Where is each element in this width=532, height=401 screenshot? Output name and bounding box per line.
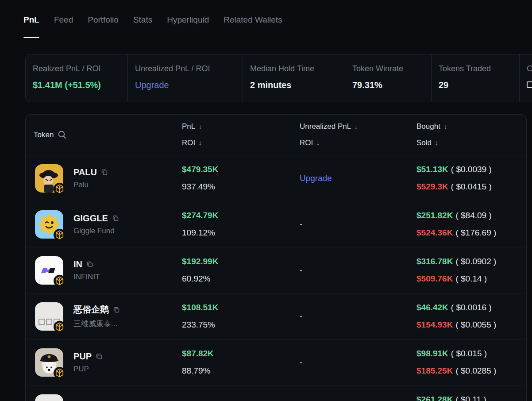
- sold-line: $509.76K( $0.14 ): [416, 274, 526, 284]
- token-avatar: [35, 256, 63, 285]
- sold-value: $509.76K: [416, 274, 453, 283]
- stat-card: Unrealized PnL / ROI Upgrade: [127, 54, 243, 102]
- stat-card-value: $1.41M (+51.5%): [33, 80, 120, 90]
- token-symbol: PALU: [73, 167, 97, 177]
- sort-unrealized-roi[interactable]: ROI↓: [300, 139, 416, 147]
- nav-tab[interactable]: Related Wallets: [224, 15, 282, 38]
- pnl-cell: $108.51K 233.75%: [182, 303, 300, 330]
- table-body: PALU Palu $479.35K 937.49% Upgrade $51.1…: [26, 155, 526, 401]
- token-avatar: [35, 394, 63, 401]
- nav-tab[interactable]: Portfolio: [88, 15, 119, 38]
- stat-card: Token Winrate 79.31%: [345, 54, 431, 102]
- sold-line: $524.36K( $176.69 ): [416, 228, 526, 238]
- sort-pnl[interactable]: PnL↓: [182, 122, 300, 131]
- bought-sold-cell: $51.13K( $0.0039 ) $529.3K( $0.0415 ): [416, 165, 526, 192]
- stat-card-label: Unrealized PnL / ROI: [135, 64, 235, 73]
- unrealized-column-header: Unrealized PnL↓ ROI↓: [300, 122, 416, 147]
- table-row[interactable]: PALU Palu $479.35K 937.49% Upgrade $51.1…: [26, 155, 526, 201]
- nav-tab[interactable]: Feed: [54, 15, 73, 38]
- sort-sold[interactable]: Sold↓: [416, 139, 526, 147]
- unrealized-value: -: [300, 358, 302, 367]
- roi-value: 60.92%: [182, 274, 300, 284]
- bought-value: $316.78K: [416, 257, 453, 266]
- bought-value: $251.82K: [416, 211, 453, 220]
- pnl-value: $87.82K: [182, 349, 300, 359]
- token-symbol: PUP: [73, 351, 92, 362]
- token-name: Giggle Fund: [73, 227, 119, 235]
- bnb-chain-badge-icon: [54, 321, 66, 333]
- sold-price: ( $176.69 ): [455, 228, 496, 237]
- bnb-chain-badge-icon: [54, 367, 66, 379]
- token-text: GIGGLE Giggle Fund: [73, 213, 119, 235]
- table-row[interactable]: PUP PUP $87.82K 88.79% - $98.91K( $0.015…: [26, 339, 526, 386]
- sold-value: $529.3K: [416, 182, 448, 191]
- copy-address-icon[interactable]: [101, 169, 108, 176]
- nav-tab[interactable]: Hyperliquid: [167, 15, 209, 38]
- stat-card-label: Realized PnL / ROI: [33, 64, 120, 73]
- bought-price: ( $84.09 ): [455, 211, 491, 220]
- nav-tab[interactable]: PnL: [23, 15, 39, 38]
- sort-roi[interactable]: ROI↓: [182, 139, 300, 147]
- sold-header-label: Sold: [416, 139, 432, 147]
- sold-price: ( $0.14 ): [455, 274, 487, 283]
- token-avatar: [35, 348, 63, 377]
- bought-value: $98.91K: [416, 349, 448, 358]
- sold-value: $154.93K: [416, 320, 453, 329]
- bought-line: $261.28K( $0.11 ): [416, 395, 526, 401]
- sort-bought[interactable]: Bought↓: [416, 122, 526, 131]
- stat-card-label: C: [527, 64, 532, 73]
- unrealized-roi-header-label: ROI: [300, 139, 313, 147]
- stat-card: C: [519, 54, 532, 102]
- bought-line: $51.13K( $0.0039 ): [416, 165, 526, 174]
- unrealized-value: Upgrade: [300, 174, 332, 183]
- roi-value: 937.49%: [182, 182, 300, 192]
- table-row[interactable]: 千宝小牛 $84.71K $261.28K( $0.11 ): [26, 386, 526, 401]
- table-row[interactable]: 恶俗企鹅 三维威廉泰... $108.51K 233.75% - $46.42K…: [26, 293, 526, 339]
- sort-desc-arrow-icon: ↓: [198, 123, 202, 131]
- roi-value: 88.79%: [182, 366, 300, 376]
- nav-tab[interactable]: Stats: [133, 15, 152, 38]
- bought-price: ( $0.0902 ): [455, 257, 496, 266]
- bought-price: ( $0.015 ): [451, 349, 487, 358]
- pnl-value: $274.79K: [182, 211, 300, 220]
- token-cell: 恶俗企鹅 三维威廉泰...: [26, 302, 182, 331]
- token-name: PUP: [73, 365, 103, 374]
- stat-card-value: 2 minutes: [250, 80, 338, 90]
- sort-unrealized-pnl[interactable]: Unrealized PnL↓: [300, 122, 416, 131]
- token-text: PUP PUP: [73, 351, 103, 374]
- pnl-roi-column-header: PnL↓ ROI↓: [182, 122, 300, 147]
- bought-sold-cell: $261.28K( $0.11 ): [416, 395, 526, 401]
- sort-desc-arrow-icon: ↓: [316, 139, 320, 147]
- token-symbol: IN: [73, 259, 82, 270]
- copy-address-icon[interactable]: [113, 306, 120, 313]
- token-text: PALU Palu: [73, 167, 108, 189]
- bnb-chain-badge-icon: [54, 275, 66, 287]
- unrealized-value: -: [300, 312, 302, 321]
- copy-address-icon[interactable]: [86, 261, 93, 268]
- token-cell: IN INFINIT: [26, 256, 182, 285]
- search-icon[interactable]: [58, 130, 67, 139]
- sort-desc-arrow-icon: ↓: [354, 123, 358, 131]
- token-avatar: [35, 302, 63, 331]
- token-cell: 千宝小牛: [26, 394, 182, 401]
- table-header: Token PnL↓ ROI↓ Unrealized PnL↓ ROI↓ Bou…: [26, 115, 526, 155]
- token-cell: GIGGLE Giggle Fund: [26, 210, 182, 239]
- token-pnl-table: Token PnL↓ ROI↓ Unrealized PnL↓ ROI↓ Bou…: [25, 114, 527, 401]
- table-row[interactable]: IN INFINIT $192.99K 60.92% - $316.78K( $…: [26, 247, 526, 293]
- copy-address-icon[interactable]: [112, 215, 119, 222]
- token-text: IN INFINIT: [73, 259, 100, 281]
- bought-line: $98.91K( $0.015 ): [416, 349, 526, 359]
- bought-line: $251.82K( $84.09 ): [416, 211, 526, 220]
- pnl-cell: $192.99K 60.92%: [182, 257, 300, 284]
- token-cell: PALU Palu: [26, 164, 182, 193]
- bought-sold-cell: $46.42K( $0.0016 ) $154.93K( $0.0055 ): [416, 303, 526, 330]
- sort-desc-arrow-icon: ↓: [443, 123, 447, 131]
- unrealized-cell: -: [300, 266, 416, 275]
- stat-card-label: Median Hold Time: [250, 64, 338, 73]
- token-symbol: 恶俗企鹅: [73, 304, 109, 316]
- copy-address-icon[interactable]: [96, 353, 103, 360]
- table-row[interactable]: GIGGLE Giggle Fund $274.79K 109.12% - $2…: [26, 201, 526, 247]
- stat-card-value: 79.31%: [352, 80, 424, 90]
- pnl-value: $192.99K: [182, 257, 300, 266]
- sold-price: ( $0.0285 ): [455, 366, 496, 375]
